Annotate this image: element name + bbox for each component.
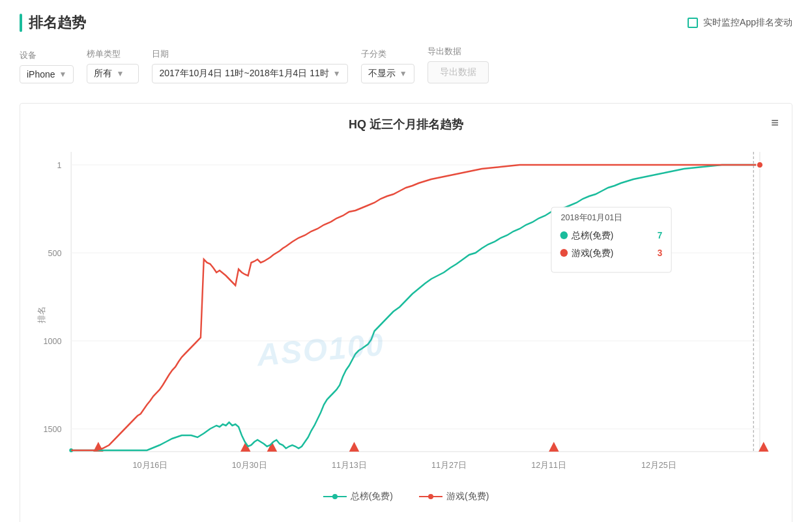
page-title: 排名趋势	[20, 13, 86, 33]
legend-item-total: 总榜(免费)	[323, 491, 393, 502]
list-type-select[interactable]: 所有 ▼	[87, 64, 139, 83]
device-select[interactable]: iPhone ▼	[20, 65, 74, 83]
chart-title: HQ 近三个月排名趋势	[33, 117, 779, 132]
svg-point-39	[428, 494, 433, 499]
svg-text:2018年01月01日: 2018年01月01日	[561, 212, 622, 222]
monitor-checkbox[interactable]	[688, 18, 698, 28]
svg-point-37	[332, 494, 338, 499]
svg-text:游戏(免费): 游戏(免费)	[572, 248, 613, 258]
chart-svg: 1 500 1000 1500 排名 10月16日 10月30日 11月13日 …	[33, 145, 779, 484]
filters-row: 设备 iPhone ▼ 榜单类型 所有 ▼ 日期 2017年10月4日 11时~…	[20, 46, 792, 83]
svg-text:12月25日: 12月25日	[641, 460, 676, 470]
date-label: 日期	[152, 48, 347, 60]
svg-text:总榜(免费): 总榜(免费)	[571, 231, 613, 240]
svg-text:11月27日: 11月27日	[431, 460, 467, 470]
svg-point-29	[560, 231, 568, 239]
svg-text:500: 500	[48, 248, 62, 258]
subcategory-arrow-icon: ▼	[399, 69, 407, 78]
legend-game-label: 游戏(免费)	[446, 491, 489, 502]
list-type-arrow-icon: ▼	[116, 69, 124, 78]
svg-point-26	[757, 162, 763, 168]
date-select[interactable]: 2017年10月4日 11时~2018年1月4日 11时 ▼	[152, 64, 347, 83]
svg-point-32	[560, 249, 568, 257]
date-filter-group: 日期 2017年10月4日 11时~2018年1月4日 11时 ▼	[152, 48, 347, 83]
list-type-label: 榜单类型	[87, 48, 139, 60]
device-arrow-icon: ▼	[59, 70, 67, 79]
svg-text:12月11日: 12月11日	[531, 460, 566, 470]
title-bar-decoration	[20, 14, 22, 32]
svg-text:1000: 1000	[44, 336, 62, 346]
subcategory-select[interactable]: 不显示 ▼	[361, 64, 414, 83]
svg-text:1: 1	[57, 160, 62, 170]
export-filter-group: 导出数据 导出数据	[428, 46, 489, 83]
legend-line-total-icon	[323, 493, 347, 500]
title-text: 排名趋势	[29, 13, 86, 33]
svg-text:10月16日: 10月16日	[133, 460, 168, 470]
svg-text:10月30日: 10月30日	[232, 460, 267, 470]
export-label: 导出数据	[428, 46, 489, 57]
date-value: 2017年10月4日 11时~2018年1月4日 11时	[159, 68, 328, 80]
chart-legend: 总榜(免费) 游戏(免费)	[33, 491, 779, 502]
svg-text:11月13日: 11月13日	[332, 460, 367, 470]
svg-text:7: 7	[658, 231, 663, 240]
subcategory-label: 子分类	[361, 48, 414, 60]
device-label: 设备	[20, 50, 74, 61]
legend-line-game-icon	[419, 493, 442, 500]
chart-menu-icon[interactable]: ≡	[771, 115, 779, 130]
list-type-filter-group: 榜单类型 所有 ▼	[87, 48, 139, 83]
header-row: 排名趋势 实时监控App排名变动	[20, 13, 792, 33]
svg-text:1500: 1500	[44, 424, 62, 434]
chart-area: ASO100 1 500 1000 1500 排名	[33, 145, 779, 484]
realtime-monitor[interactable]: 实时监控App排名变动	[688, 17, 792, 29]
device-filter-group: 设备 iPhone ▼	[20, 50, 74, 83]
list-type-value: 所有	[94, 68, 112, 80]
chart-container: HQ 近三个月排名趋势 ≡ ASO100 1 500 1000 1500	[20, 103, 792, 522]
subcategory-value: 不显示	[368, 68, 396, 80]
export-button[interactable]: 导出数据	[428, 61, 489, 83]
monitor-label: 实时监控App排名变动	[703, 17, 792, 29]
date-arrow-icon: ▼	[333, 69, 341, 78]
svg-text:3: 3	[658, 248, 663, 258]
svg-marker-21	[349, 442, 360, 452]
subcategory-filter-group: 子分类 不显示 ▼	[361, 48, 414, 83]
svg-text:排名: 排名	[37, 306, 47, 323]
svg-marker-22	[549, 442, 559, 452]
device-value: iPhone	[27, 69, 55, 80]
legend-item-game: 游戏(免费)	[419, 491, 489, 502]
legend-total-label: 总榜(免费)	[351, 491, 393, 502]
